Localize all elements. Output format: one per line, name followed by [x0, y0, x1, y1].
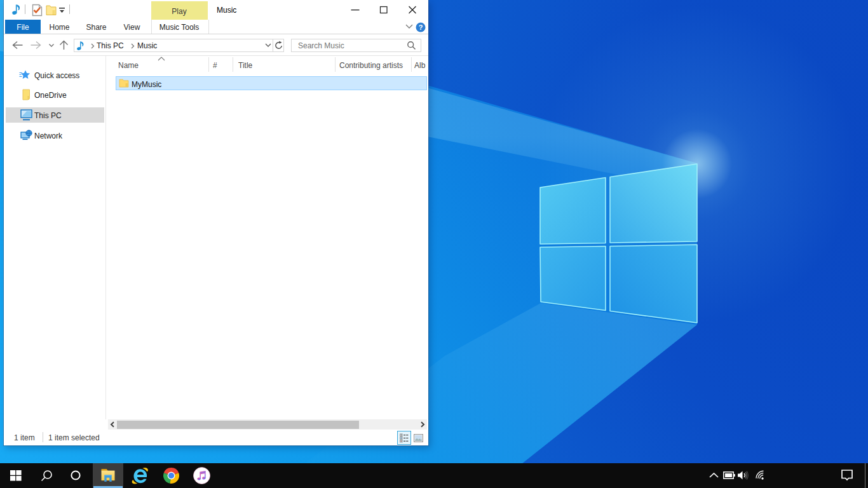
- svg-text:?: ?: [419, 24, 423, 31]
